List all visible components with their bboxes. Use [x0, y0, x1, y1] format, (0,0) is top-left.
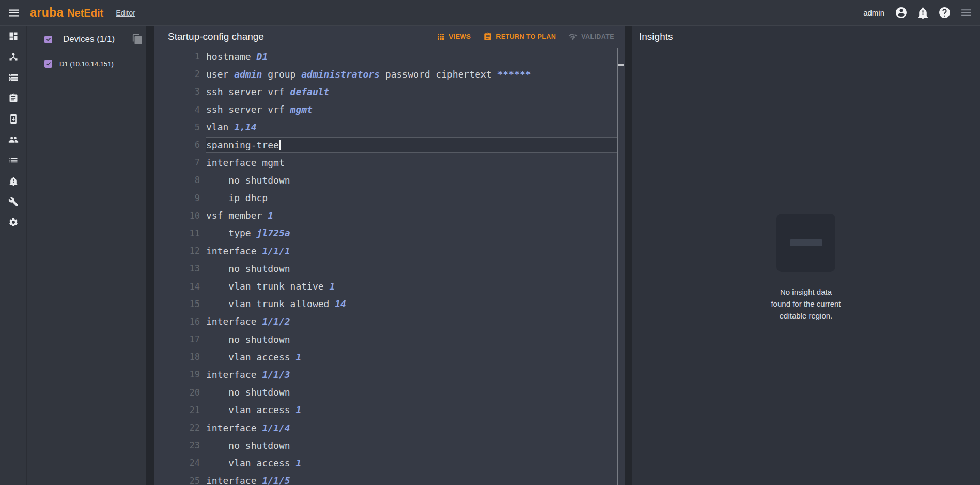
code-line[interactable]: 9 ip dhcp — [154, 189, 617, 207]
code-line[interactable]: 22interface 1/1/4 — [154, 419, 617, 436]
username-label: admin — [863, 8, 884, 17]
line-number: 9 — [154, 193, 206, 203]
devices-panel-title: Devices (1/1) — [63, 34, 115, 44]
code-line[interactable]: 2user admin group administrators passwor… — [154, 65, 617, 83]
devices-select-all-checkbox[interactable] — [44, 36, 52, 43]
code-line[interactable]: 12interface 1/1/1 — [154, 242, 617, 260]
app-body: Devices (1/1) D1 (10.10.14.151) Startup-… — [0, 26, 980, 485]
line-number: 15 — [154, 299, 206, 309]
sidebar-item-users[interactable] — [8, 134, 19, 145]
line-number: 8 — [154, 175, 206, 185]
code-line[interactable]: 20 no shutdown — [154, 384, 617, 401]
code-line[interactable]: 11 type jl725a — [154, 224, 617, 242]
code-line-text: vsf member 1 — [206, 208, 617, 223]
line-number: 16 — [154, 316, 206, 327]
code-line-text: no shutdown — [206, 331, 617, 347]
code-line[interactable]: 8 no shutdown — [154, 171, 617, 189]
line-number: 23 — [154, 440, 206, 450]
firmware-download-icon — [8, 114, 19, 124]
code-line-text: vlan trunk native 1 — [206, 279, 617, 294]
line-number: 11 — [154, 228, 206, 238]
code-line[interactable]: 23 no shutdown — [154, 436, 617, 454]
line-number: 12 — [154, 246, 206, 256]
code-line[interactable]: 16interface 1/1/2 — [154, 313, 617, 330]
code-line[interactable]: 25interface 1/1/5 — [154, 472, 617, 485]
code-line[interactable]: 3ssh server vrf default — [154, 83, 617, 100]
code-line[interactable]: 24 vlan access 1 — [154, 454, 617, 472]
code-line-text: vlan 1,14 — [206, 119, 617, 135]
code-line-text: spanning-tree — [206, 137, 617, 153]
code-line[interactable]: 13 no shutdown — [154, 260, 617, 277]
editor-toolbar: VIEWS RETURN TO PLAN VALIDATE — [436, 32, 614, 41]
topbar: aruba NetEdit Editor admin — [0, 0, 980, 26]
code-line-text: interface 1/1/4 — [206, 420, 617, 435]
return-to-plan-button[interactable]: RETURN TO PLAN — [483, 32, 556, 41]
line-number: 2 — [154, 69, 206, 79]
alert-bell-icon — [8, 176, 19, 186]
code-line[interactable]: 1hostname D1 — [154, 48, 617, 65]
topology-icon — [8, 52, 19, 62]
line-number: 3 — [154, 86, 206, 97]
sidebar-item-device-list[interactable] — [8, 72, 19, 83]
code-line[interactable]: 15 vlan trunk allowed 14 — [154, 295, 617, 313]
menu-icon[interactable] — [7, 6, 21, 20]
views-button[interactable]: VIEWS — [436, 32, 471, 41]
line-number: 19 — [154, 369, 206, 380]
sidebar-item-firmware-download[interactable] — [8, 114, 19, 124]
account-icon[interactable] — [895, 6, 908, 19]
check-icon — [45, 36, 52, 42]
scrollbar-thumb[interactable] — [618, 64, 624, 66]
insights-header: Insights — [632, 26, 980, 48]
editor-header: Startup-config change VIEWS RETURN TO PL… — [154, 26, 625, 48]
validate-button[interactable]: VALIDATE — [568, 32, 614, 41]
overflow-menu-icon[interactable] — [960, 6, 973, 19]
code-line[interactable]: 4ssh server vrf mgmt — [154, 101, 617, 118]
help-icon[interactable] — [938, 6, 951, 19]
sidebar-item-alert-bell[interactable] — [8, 176, 19, 186]
code-line-text: no shutdown — [206, 437, 617, 453]
code-line-text: ssh server vrf default — [206, 84, 617, 99]
views-button-label: VIEWS — [449, 33, 471, 40]
code-line[interactable]: 10vsf member 1 — [154, 207, 617, 224]
line-number: 13 — [154, 263, 206, 274]
device-list-icon — [8, 72, 19, 83]
sidebar-item-wrench[interactable] — [8, 196, 19, 207]
device-checkbox[interactable] — [44, 60, 52, 68]
editor-scrollbar[interactable] — [617, 48, 625, 485]
no-data-image-placeholder — [776, 214, 835, 272]
code-line-text: no shutdown — [206, 261, 617, 276]
code-line[interactable]: 5vlan 1,14 — [154, 118, 617, 136]
code-line-text: interface 1/1/5 — [206, 473, 617, 485]
sidebar-item-gear[interactable] — [8, 217, 19, 228]
code-line[interactable]: 19interface 1/1/3 — [154, 366, 617, 383]
line-number: 25 — [154, 476, 206, 485]
panel-editor-divider — [146, 26, 154, 485]
placeholder-bar — [790, 239, 822, 246]
code-line[interactable]: 14 vlan trunk native 1 — [154, 277, 617, 295]
line-number: 7 — [154, 157, 206, 168]
sidebar-item-list[interactable] — [8, 155, 19, 165]
code-line-text: no shutdown — [206, 172, 617, 188]
nav-editor-link[interactable]: Editor — [116, 9, 135, 17]
wrench-icon — [8, 196, 19, 207]
sidebar-item-clipboard[interactable] — [8, 93, 19, 103]
device-link[interactable]: D1 (10.10.14.151) — [59, 60, 114, 68]
line-number: 21 — [154, 405, 206, 415]
code-line-text: vlan access 1 — [206, 402, 617, 418]
sidebar-item-topology[interactable] — [8, 52, 19, 62]
devices-panel: Devices (1/1) D1 (10.10.14.151) — [27, 26, 146, 485]
line-number: 6 — [154, 140, 206, 150]
alert-bell-icon[interactable] — [916, 6, 929, 19]
code-editor-area[interactable]: 1hostname D12user admin group administra… — [154, 48, 625, 485]
users-icon — [8, 134, 19, 145]
sidebar-item-dashboard[interactable] — [8, 31, 19, 41]
code-line-text: interface 1/1/3 — [206, 367, 617, 382]
line-number: 10 — [154, 210, 206, 221]
code-line[interactable]: 21 vlan access 1 — [154, 401, 617, 419]
code-line[interactable]: 17 no shutdown — [154, 330, 617, 348]
code-line-text: ssh server vrf mgmt — [206, 102, 617, 117]
code-line[interactable]: 7interface mgmt — [154, 154, 617, 171]
code-line[interactable]: 18 vlan access 1 — [154, 348, 617, 366]
code-line[interactable]: 6spanning-tree — [154, 136, 617, 154]
copy-icon[interactable] — [132, 34, 143, 45]
